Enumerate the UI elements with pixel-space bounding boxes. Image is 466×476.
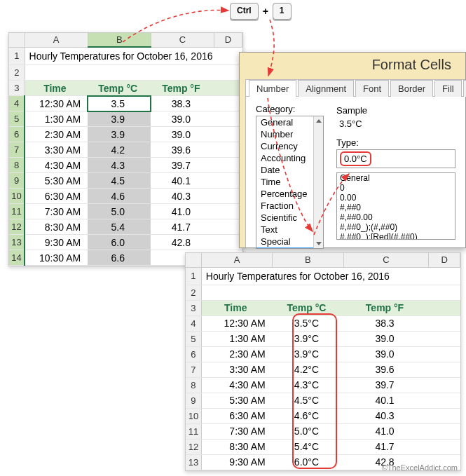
row-3[interactable]: 3 bbox=[186, 300, 201, 315]
row-9[interactable]: 9 bbox=[186, 393, 201, 408]
format-code[interactable]: 0.00 bbox=[337, 193, 455, 203]
col-B[interactable]: B bbox=[273, 253, 343, 267]
row-6[interactable]: 6 bbox=[9, 127, 25, 142]
cell-tempf[interactable]: 41.7 bbox=[343, 439, 429, 454]
col-B[interactable]: B bbox=[88, 33, 151, 47]
cell-time[interactable]: 1:30 AM bbox=[201, 331, 272, 346]
cell-tempf[interactable]: 41.0 bbox=[343, 423, 429, 439]
col-D[interactable]: D bbox=[429, 253, 460, 267]
cell-tempf[interactable]: 39.0 bbox=[151, 111, 214, 127]
row-5[interactable]: 5 bbox=[9, 111, 25, 127]
cell-tempc[interactable]: 6.6 bbox=[88, 250, 151, 266]
row-8[interactable]: 8 bbox=[9, 158, 25, 173]
row-12[interactable]: 12 bbox=[186, 439, 201, 454]
cell-tempf[interactable]: 39.7 bbox=[151, 158, 214, 173]
cell-tempc[interactable]: 5.4 bbox=[88, 219, 151, 235]
hdr-time[interactable]: Time bbox=[25, 81, 88, 96]
cell-tempf[interactable]: 40.1 bbox=[151, 173, 214, 189]
hdr-time[interactable]: Time bbox=[201, 300, 272, 315]
col-D[interactable]: D bbox=[214, 33, 242, 47]
col-C[interactable]: C bbox=[343, 253, 429, 267]
cell-time[interactable]: 8:30 AM bbox=[201, 439, 272, 454]
row-1[interactable]: 1 bbox=[9, 47, 25, 65]
row-11[interactable]: 11 bbox=[186, 423, 201, 439]
cell-tempf[interactable]: 38.3 bbox=[343, 315, 429, 331]
hdr-tempf[interactable]: Temp °F bbox=[151, 81, 214, 96]
format-code[interactable]: #,##0.00 bbox=[337, 212, 455, 222]
tab-font[interactable]: Font bbox=[355, 80, 389, 97]
format-code[interactable]: #,##0_);[Red](#,##0) bbox=[337, 232, 455, 240]
cell-tempc[interactable]: 4.6 bbox=[88, 189, 151, 204]
row-13[interactable]: 13 bbox=[186, 454, 201, 470]
cell-tempf[interactable]: 39.0 bbox=[151, 127, 214, 142]
cell-time[interactable]: 2:30 AM bbox=[25, 127, 88, 142]
cell-time[interactable]: 6:30 AM bbox=[25, 189, 88, 204]
cell-time[interactable]: 12:30 AM bbox=[25, 96, 88, 111]
cell-time[interactable]: 10:30 AM bbox=[25, 250, 88, 266]
row-12[interactable]: 12 bbox=[9, 219, 25, 235]
cell-tempf[interactable]: 39.0 bbox=[343, 331, 429, 346]
tab-alignment[interactable]: Alignment bbox=[298, 80, 354, 97]
row-5[interactable]: 5 bbox=[186, 331, 201, 346]
spreadsheet-before[interactable]: A B C D 1Hourly Temperatures for October… bbox=[9, 33, 242, 266]
cell-tempc[interactable]: 4.3 bbox=[88, 158, 151, 173]
row-6[interactable]: 6 bbox=[186, 346, 201, 362]
row-14[interactable]: 14 bbox=[9, 250, 25, 266]
cell-time[interactable]: 6:30 AM bbox=[201, 408, 272, 423]
cell-tempc[interactable]: 4.5 bbox=[88, 173, 151, 189]
format-code[interactable]: General bbox=[337, 173, 455, 183]
cell-time[interactable]: 4:30 AM bbox=[25, 158, 88, 173]
row-8[interactable]: 8 bbox=[186, 377, 201, 393]
cell-time[interactable]: 2:30 AM bbox=[201, 346, 272, 362]
cell-time[interactable]: 5:30 AM bbox=[25, 173, 88, 189]
col-A[interactable]: A bbox=[201, 253, 272, 267]
tab-number[interactable]: Number bbox=[249, 80, 296, 97]
sheet-title[interactable]: Hourly Temperatures for October 16, 2016 bbox=[201, 267, 460, 285]
tab-protection[interactable]: Prot bbox=[463, 80, 466, 97]
cell-tempf[interactable]: 42.8 bbox=[151, 235, 214, 250]
cell-tempf[interactable]: 39.6 bbox=[151, 142, 214, 158]
cell-tempc[interactable]: 5.0 bbox=[88, 204, 151, 219]
row-2[interactable]: 2 bbox=[186, 285, 201, 300]
cell-time[interactable]: 8:30 AM bbox=[25, 219, 88, 235]
row-10[interactable]: 10 bbox=[9, 189, 25, 204]
row-4[interactable]: 4 bbox=[9, 96, 25, 111]
cell-time[interactable]: 7:30 AM bbox=[25, 204, 88, 219]
cell-time[interactable]: 12:30 AM bbox=[201, 315, 272, 331]
cell-tempf[interactable]: 38.3 bbox=[151, 96, 214, 111]
cell-time[interactable]: 1:30 AM bbox=[25, 111, 88, 127]
cell-tempf[interactable]: 40.3 bbox=[343, 408, 429, 423]
cell-tempc[interactable]: 6.0 bbox=[88, 235, 151, 250]
tab-fill[interactable]: Fill bbox=[434, 80, 462, 97]
cell-time[interactable]: 4:30 AM bbox=[201, 377, 272, 393]
format-code[interactable]: #,##0 bbox=[337, 203, 455, 212]
type-input[interactable]: 0.0°C bbox=[336, 149, 455, 168]
cell-tempf[interactable]: 39.7 bbox=[343, 377, 429, 393]
cell-tempf[interactable]: 40.3 bbox=[151, 189, 214, 204]
cell-tempf[interactable]: 41.0 bbox=[151, 204, 214, 219]
hdr-tempf[interactable]: Temp °F bbox=[343, 300, 429, 315]
row-7[interactable]: 7 bbox=[9, 142, 25, 158]
col-A[interactable]: A bbox=[25, 33, 88, 47]
row-13[interactable]: 13 bbox=[9, 235, 25, 250]
cell-time[interactable]: 5:30 AM bbox=[201, 393, 272, 408]
format-code-list[interactable]: General00.00#,##0#,##0.00#,##0_);(#,##0)… bbox=[336, 172, 455, 240]
cell-time[interactable]: 3:30 AM bbox=[201, 362, 272, 377]
cell-tempf[interactable]: 39.6 bbox=[343, 362, 429, 377]
hdr-tempc[interactable]: Temp °C bbox=[88, 81, 151, 96]
format-code[interactable]: 0 bbox=[337, 183, 455, 193]
cell-time[interactable]: 9:30 AM bbox=[25, 235, 88, 250]
cell-tempc[interactable]: 3.9 bbox=[88, 111, 151, 127]
cell-time[interactable]: 3:30 AM bbox=[25, 142, 88, 158]
tab-border[interactable]: Border bbox=[390, 80, 433, 97]
category-scrollbar[interactable] bbox=[313, 116, 323, 248]
cell-tempc[interactable]: 3.5 bbox=[88, 96, 151, 111]
col-C[interactable]: C bbox=[151, 33, 214, 47]
cell-time[interactable]: 7:30 AM bbox=[201, 423, 272, 439]
cell-tempc[interactable]: 3.9 bbox=[88, 127, 151, 142]
category-list[interactable]: GeneralNumberCurrencyAccountingDateTimeP… bbox=[256, 116, 324, 249]
format-code[interactable]: #,##0_);(#,##0) bbox=[337, 222, 455, 232]
row-7[interactable]: 7 bbox=[186, 362, 201, 377]
cell-tempf[interactable]: 39.0 bbox=[343, 346, 429, 362]
cell-tempf[interactable]: 40.1 bbox=[343, 393, 429, 408]
